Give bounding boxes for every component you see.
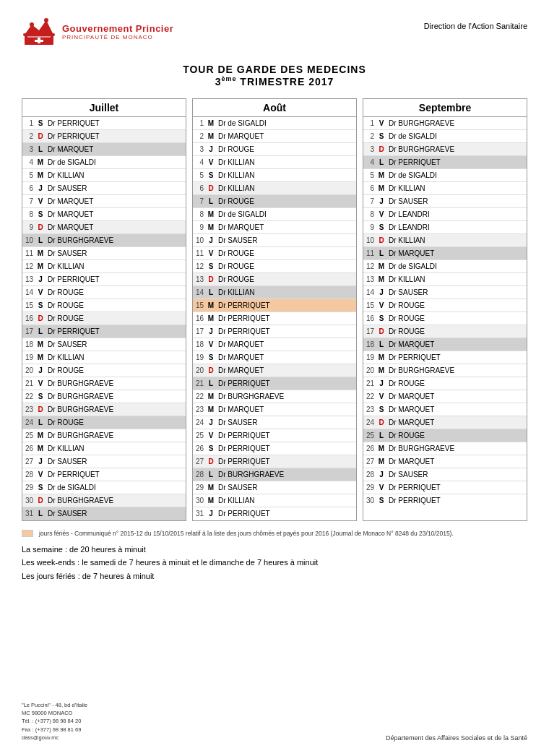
- row-day: S: [206, 353, 216, 361]
- table-row: 20MDr BURGHGRAEVE: [363, 364, 527, 377]
- row-day: D: [35, 497, 46, 504]
- row-day: J: [376, 379, 386, 387]
- row-doctor: Dr SAUSER: [46, 184, 186, 192]
- table-row: 9MDr MARQUET: [193, 221, 356, 234]
- page: Gouvernement Princier PRINCIPAUTÉ DE MON…: [0, 0, 549, 756]
- title-sup: ème: [221, 75, 236, 82]
- table-row: 25LDr ROUGE: [363, 429, 527, 442]
- row-doctor: Dr KILLIAN: [46, 262, 186, 270]
- row-doctor: Dr ROUGE: [46, 366, 186, 374]
- row-doctor: Dr MARQUET: [46, 223, 186, 231]
- row-doctor: Dr MARQUET: [46, 210, 186, 218]
- table-row: 13MDr KILLIAN: [363, 273, 527, 286]
- footer: "Le Puccini" - 48, bd d'Italie MC 98000 …: [22, 701, 527, 742]
- row-number: 16: [22, 314, 35, 322]
- row-day: L: [376, 158, 386, 166]
- row-number: 1: [363, 119, 376, 127]
- row-day: J: [35, 458, 46, 465]
- table-row: 9DDr MARQUET: [22, 221, 186, 234]
- row-number: 31: [193, 510, 206, 517]
- table-row: 4LDr PERRIQUET: [363, 156, 527, 169]
- row-doctor: Dr PERRIQUET: [216, 431, 356, 439]
- row-doctor: Dr de SIGALDI: [216, 119, 356, 127]
- row-doctor: Dr BURGHGRAEVE: [216, 471, 356, 478]
- row-doctor: Dr de SIGALDI: [46, 158, 186, 166]
- row-doctor: Dr PERRIQUET: [216, 458, 356, 465]
- table-row: 2DDr PERRIQUET: [22, 130, 186, 143]
- table-row: 24JDr SAUSER: [193, 416, 356, 429]
- table-row: 25VDr PERRIQUET: [193, 429, 356, 442]
- row-day: J: [376, 471, 386, 478]
- row-number: 5: [363, 171, 376, 179]
- row-day: M: [35, 444, 46, 452]
- row-doctor: Dr MARQUET: [216, 405, 356, 413]
- row-doctor: Dr KILLIAN: [386, 275, 527, 283]
- row-doctor: Dr de SIGALDI: [386, 262, 527, 270]
- row-day: V: [376, 210, 386, 218]
- table-row: 6MDr KILLIAN: [363, 182, 527, 195]
- table-row: 16SDr ROUGE: [363, 312, 527, 325]
- table-row: 24LDr ROUGE: [22, 416, 186, 429]
- row-doctor: Dr BURGHGRAEVE: [46, 497, 186, 504]
- row-number: 21: [22, 379, 35, 387]
- row-doctor: Dr MARQUET: [386, 418, 527, 426]
- row-doctor: Dr de SIGALDI: [386, 132, 527, 140]
- row-doctor: Dr ROUGE: [46, 301, 186, 309]
- row-day: D: [206, 366, 216, 374]
- row-day: J: [206, 145, 216, 153]
- table-row: 10DDr KILLIAN: [363, 234, 527, 247]
- table-row: 15SDr ROUGE: [22, 299, 186, 312]
- row-number: 2: [22, 132, 35, 140]
- table-row: 4MDr de SIGALDI: [22, 156, 186, 169]
- table-row: 21JDr ROUGE: [363, 377, 527, 390]
- footer-addr1: "Le Puccini" - 48, bd d'Italie: [22, 701, 87, 709]
- row-day: M: [35, 353, 46, 361]
- row-doctor: Dr ROUGE: [216, 275, 356, 283]
- table-row: 22MDr BURGHGRAEVE: [193, 390, 356, 403]
- row-number: 29: [193, 484, 206, 491]
- row-day: D: [376, 145, 386, 153]
- table-row: 18MDr SAUSER: [22, 338, 186, 351]
- row-doctor: Dr KILLIAN: [46, 353, 186, 361]
- row-day: L: [376, 340, 386, 348]
- table-row: 17LDr PERRIQUET: [22, 325, 186, 338]
- row-doctor: Dr LEANDRI: [386, 210, 527, 218]
- row-doctor: Dr LEANDRI: [386, 223, 527, 231]
- row-number: 10: [193, 236, 206, 244]
- row-day: M: [206, 484, 216, 491]
- table-row: 27DDr PERRIQUET: [193, 455, 356, 468]
- svg-rect-6: [27, 36, 51, 38]
- table-row: 23MDr MARQUET: [193, 403, 356, 416]
- row-day: D: [376, 327, 386, 335]
- row-doctor: Dr de SIGALDI: [386, 171, 527, 179]
- row-doctor: Dr MARQUET: [216, 353, 356, 361]
- row-number: 13: [193, 275, 206, 283]
- row-number: 4: [363, 158, 376, 166]
- table-row: 10LDr BURGHGRAEVE: [22, 234, 186, 247]
- table-row: 3JDr ROUGE: [193, 143, 356, 156]
- table-row: 23DDr BURGHGRAEVE: [22, 403, 186, 416]
- row-number: 3: [193, 145, 206, 153]
- row-number: 6: [22, 184, 35, 192]
- row-day: L: [206, 288, 216, 296]
- row-number: 25: [193, 431, 206, 439]
- row-day: M: [35, 431, 46, 439]
- row-number: 9: [363, 223, 376, 231]
- table-row: 19SDr MARQUET: [193, 351, 356, 364]
- row-day: J: [206, 236, 216, 244]
- table-row: 28JDr SAUSER: [363, 468, 527, 481]
- row-day: D: [35, 405, 46, 413]
- table-row: 14LDr KILLIAN: [193, 286, 356, 299]
- row-day: M: [35, 158, 46, 166]
- row-number: 8: [22, 210, 35, 218]
- row-number: 12: [193, 262, 206, 270]
- row-doctor: Dr MARQUET: [216, 223, 356, 231]
- row-number: 8: [363, 210, 376, 218]
- row-number: 13: [22, 275, 35, 283]
- row-doctor: Dr ROUGE: [386, 301, 527, 309]
- septembre-rows: 1VDr BURGHGRAEVE2SDr de SIGALDI3DDr BURG…: [363, 117, 527, 507]
- row-number: 27: [22, 458, 35, 465]
- row-day: V: [206, 431, 216, 439]
- row-day: J: [35, 184, 46, 192]
- row-doctor: Dr PERRIQUET: [216, 510, 356, 517]
